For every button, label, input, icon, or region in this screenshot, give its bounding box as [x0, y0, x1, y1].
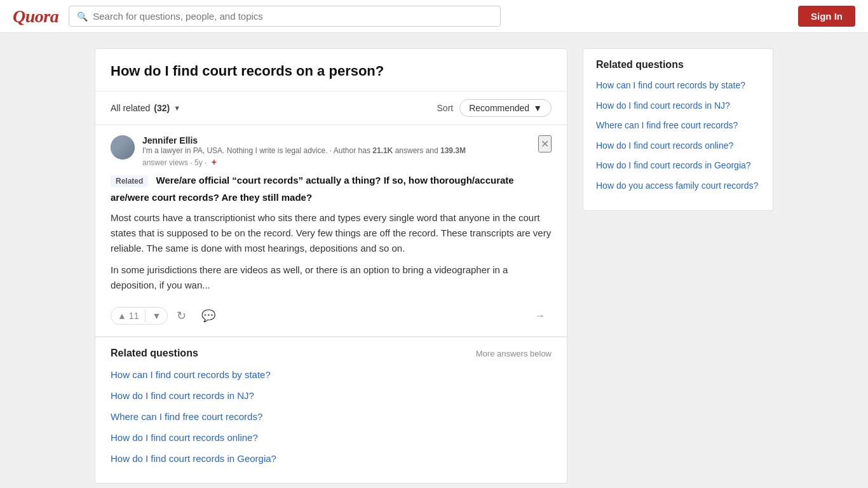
rq-title: Related questions: [111, 348, 198, 359]
all-related-label: All related: [111, 103, 150, 113]
action-bar: ▲ 11 ▼ ↻ 💬 →: [111, 301, 552, 326]
recommended-label: Recommended: [469, 103, 529, 113]
follow-icon[interactable]: +: [212, 157, 217, 167]
sort-label: Sort: [437, 103, 454, 113]
inline-related-questions: Related questions More answers below How…: [95, 337, 567, 483]
comment-button[interactable]: 💬: [195, 306, 222, 326]
header-right: Sign In: [798, 6, 855, 27]
rq-header: Related questions More answers below: [111, 348, 552, 359]
dropdown-chevron-icon: ▼: [533, 103, 542, 113]
author-stats: answer views · 5y · +: [142, 157, 466, 167]
more-answers-label: More answers below: [476, 349, 552, 358]
author-name[interactable]: Jennifer Ellis: [142, 135, 466, 146]
sidebar-link-2[interactable]: Where can I find free court records?: [596, 119, 760, 132]
answer-card: Jennifer Ellis I'm a lawyer in PA, USA. …: [95, 125, 567, 337]
all-related-filter[interactable]: All related (32) ▼: [111, 103, 180, 113]
search-icon: 🔍: [77, 11, 88, 22]
sidebar-link-0[interactable]: How can I find court records by state?: [596, 79, 760, 92]
main-content: How do I find court records on a person?…: [85, 48, 783, 488]
chevron-down-icon: ▼: [173, 104, 180, 112]
sort-right: Sort Recommended ▼: [437, 99, 552, 117]
sign-in-button[interactable]: Sign In: [798, 6, 855, 27]
question-card: How do I find court records on a person?…: [95, 48, 567, 484]
inline-related-link-2[interactable]: Where can I find free court records?: [111, 410, 552, 423]
answer-paragraph-2: In some jurisdictions there are videos a…: [111, 262, 552, 293]
question-title: How do I find court records on a person?: [95, 49, 567, 92]
related-count: (32): [154, 103, 170, 113]
recommended-dropdown[interactable]: Recommended ▼: [459, 99, 552, 117]
author-meta: Jennifer Ellis I'm a lawyer in PA, USA. …: [142, 135, 466, 168]
sidebar-link-5[interactable]: How do you access family court records?: [596, 180, 760, 193]
sidebar-card: Related questions How can I find court r…: [583, 48, 773, 211]
related-question-link[interactable]: Were/are official “court records” actual…: [111, 175, 514, 203]
sidebar: Related questions How can I find court r…: [583, 48, 773, 211]
author-info: Jennifer Ellis I'm a lawyer in PA, USA. …: [111, 135, 466, 168]
inline-related-link-3[interactable]: How do I find court records online?: [111, 431, 552, 444]
inline-related-link-1[interactable]: How do I find court records in NJ?: [111, 389, 552, 402]
upvote-icon: ▲: [118, 311, 126, 321]
share-button[interactable]: →: [529, 307, 552, 325]
search-input[interactable]: [93, 11, 492, 22]
sidebar-title: Related questions: [596, 59, 760, 71]
answer-age: 5y: [194, 158, 203, 167]
sidebar-link-1[interactable]: How do I find court records in NJ?: [596, 100, 760, 112]
related-tag: Related: [111, 175, 148, 187]
inline-related-link-0[interactable]: How can I find court records by state?: [111, 368, 552, 381]
inline-related-link-4[interactable]: How do I find court records in Georgia?: [111, 452, 552, 465]
author-desc: I'm a lawyer in PA, USA. Nothing I write…: [142, 146, 466, 156]
sidebar-link-3[interactable]: How do I find court records online?: [596, 140, 760, 152]
reshare-button[interactable]: ↻: [170, 306, 193, 326]
answer-header: Jennifer Ellis I'm a lawyer in PA, USA. …: [111, 135, 552, 168]
upvote-button[interactable]: ▲ 11: [111, 308, 145, 324]
comment-icon: 💬: [201, 309, 215, 322]
quora-logo[interactable]: Quora: [13, 6, 58, 27]
downvote-button[interactable]: ▼: [146, 308, 167, 324]
answer-paragraph-1: Most courts have a transcriptionist who …: [111, 210, 552, 256]
downvote-icon: ▼: [152, 311, 161, 321]
vote-group: ▲ 11 ▼: [111, 307, 168, 325]
related-question-row: Related Were/are official “court records…: [111, 173, 552, 204]
author-answers-count: 21.1K: [372, 146, 393, 155]
header: Quora 🔍 Sign In: [0, 0, 868, 33]
search-bar: 🔍: [69, 6, 501, 27]
sidebar-link-4[interactable]: How do I find court records in Georgia?: [596, 159, 760, 172]
author-views-count: 139.3M: [440, 146, 466, 155]
avatar: [111, 135, 135, 159]
close-button[interactable]: ✕: [538, 135, 552, 152]
upvote-count: 11: [129, 311, 139, 321]
sort-bar: All related (32) ▼ Sort Recommended ▼: [95, 92, 567, 125]
share-icon: →: [535, 310, 545, 321]
center-col: How do I find court records on a person?…: [95, 48, 567, 488]
reshare-icon: ↻: [177, 309, 186, 322]
